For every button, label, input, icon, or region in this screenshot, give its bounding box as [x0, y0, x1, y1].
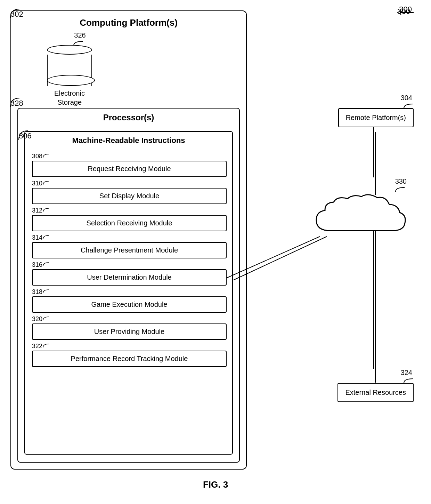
label-300: 300 — [399, 5, 412, 14]
remote-platform-container: 304 Remote Platform(s) — [338, 94, 414, 127]
computing-platform-title: Computing Platform(s) — [11, 17, 246, 28]
arc-312 — [42, 208, 49, 213]
arc-314 — [42, 235, 49, 240]
cloud-shape — [309, 192, 414, 245]
ref-318: 318 — [32, 288, 227, 296]
arc-322 — [42, 343, 49, 348]
module-row-316: 316 User Determination Module — [32, 261, 227, 286]
cylinder-body — [47, 55, 92, 86]
module-box-308: Request Receiving Module — [32, 161, 227, 177]
ref-304: 304 — [338, 94, 412, 102]
arc-320 — [42, 316, 49, 321]
figure-label: FIG. 3 — [203, 479, 228, 490]
arc-310 — [42, 181, 49, 185]
module-box-310: Set Display Module — [32, 188, 227, 204]
cylinder — [47, 45, 92, 86]
storage-label: Electronic Storage — [54, 89, 85, 107]
arc-308 — [42, 153, 49, 158]
ref-322: 322 — [32, 343, 227, 350]
storage-container: 326 Electronic Storage — [47, 31, 92, 107]
module-box-312: Selection Receiving Module — [32, 215, 227, 231]
arc-318 — [42, 289, 49, 294]
ref-312: 312 — [32, 207, 227, 214]
module-box-320: User Providing Module — [32, 323, 227, 340]
module-row-314: 314 Challenge Presentment Module — [32, 234, 227, 258]
ref-308: 308 — [32, 153, 227, 160]
mri-title: Machine-Readable Instructions — [25, 136, 232, 145]
modules-container: 308 Request Receiving Module 310 Set Dis… — [32, 153, 227, 370]
ref-324: 324 — [338, 369, 412, 377]
arc-306 — [18, 130, 29, 141]
module-box-318: Game Execution Module — [32, 296, 227, 313]
cylinder-top — [47, 45, 92, 55]
module-box-316: User Determination Module — [32, 269, 227, 286]
module-row-318: 318 Game Execution Module — [32, 288, 227, 313]
remote-platform-box: Remote Platform(s) — [338, 108, 414, 127]
ref-330: 330 — [309, 177, 414, 185]
ref-310: 310 — [32, 180, 227, 187]
module-row-310: 310 Set Display Module — [32, 180, 227, 204]
cloud-container: 330 — [309, 177, 414, 246]
module-row-322: 322 Performance Record Tracking Module — [32, 343, 227, 367]
external-resources-box: External Resources — [338, 383, 414, 402]
processor-title: Processor(s) — [18, 113, 239, 122]
ref-320: 320 — [32, 315, 227, 323]
arc-302 — [10, 8, 20, 19]
ref-326: 326 — [74, 31, 86, 39]
module-box-322: Performance Record Tracking Module — [32, 351, 227, 367]
diagram: 300 300 Computing Platform(s) 302 326 El… — [0, 0, 431, 504]
module-row-308: 308 Request Receiving Module — [32, 153, 227, 177]
module-box-314: Challenge Presentment Module — [32, 242, 227, 258]
mri-box: Machine-Readable Instructions 308 Reques… — [24, 131, 233, 455]
arc-316 — [42, 262, 49, 267]
module-row-312: 312 Selection Receiving Module — [32, 207, 227, 231]
arc-330 — [395, 187, 405, 192]
processor-box: Processor(s) Machine-Readable Instructio… — [17, 108, 240, 463]
external-resources-container: 324 External Resources — [338, 369, 414, 402]
module-row-320: 320 User Providing Module — [32, 315, 227, 340]
arc-328 — [10, 97, 20, 108]
ref-316: 316 — [32, 261, 227, 269]
ref-314: 314 — [32, 234, 227, 241]
